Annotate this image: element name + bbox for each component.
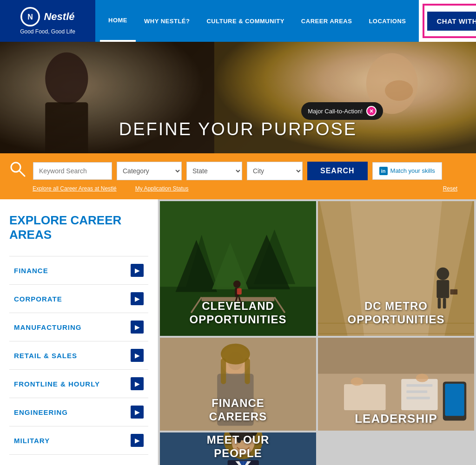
search-icon [9, 161, 26, 181]
grid-card-meet-people[interactable]: MEET OURPEOPLE [160, 432, 316, 465]
svg-point-7 [385, 80, 413, 101]
grid-card-cleveland[interactable]: CLEVELANDOPPORTUNITIES [160, 201, 316, 336]
search-button[interactable]: SEARCH [307, 162, 368, 180]
category-select[interactable]: Category [117, 162, 182, 180]
svg-rect-57 [344, 384, 386, 410]
opportunity-grid: CLEVELANDOPPORTUNITIES [158, 199, 476, 465]
brand-tagline: Good Food, Good Life [20, 28, 75, 35]
sidebar-arrow-retail: ▶ [131, 349, 144, 362]
sidebar-title: EXPLORE CAREER AREAS [9, 213, 148, 242]
sidebar: EXPLORE CAREER AREAS FINANCE ▶ CORPORATE… [0, 199, 158, 465]
meet-people-label: MEET OURPEOPLE [160, 433, 316, 460]
svg-rect-43 [245, 358, 250, 384]
sidebar-item-retail-sales[interactable]: RETAIL & SALES ▶ [9, 341, 148, 369]
svg-text:N: N [28, 13, 33, 21]
cta-bubble-text: Major Call-to-Action! [308, 108, 363, 115]
svg-rect-59 [406, 384, 432, 387]
sidebar-arrow-military: ▶ [131, 434, 144, 447]
sidebar-item-engineering[interactable]: ENGINEERING ▶ [9, 398, 148, 426]
svg-rect-4 [45, 102, 88, 153]
svg-rect-35 [450, 289, 457, 295]
chat-with-us-button[interactable]: CHAT WITH US [427, 12, 476, 31]
svg-line-9 [20, 171, 25, 176]
svg-point-64 [351, 377, 364, 386]
dc-metro-label: DC METROOPPORTUNITIES [318, 300, 474, 327]
sidebar-arrow-corporate: ▶ [131, 292, 144, 305]
grid-card-dc-metro[interactable]: DC METROOPPORTUNITIES [318, 201, 474, 336]
linkedin-match-label: Match your skills [390, 167, 435, 174]
brand-name: Nestlé [44, 11, 74, 23]
chat-button-container[interactable]: CHAT WITH US [423, 4, 476, 38]
sidebar-item-military[interactable]: MILITARY ▶ [9, 426, 148, 455]
svg-rect-32 [436, 280, 449, 298]
header: N Nestlé Good Food, Good Life HOME WHY N… [0, 0, 476, 42]
svg-point-65 [416, 374, 429, 382]
search-bar: Category State City SEARCH in Match your… [0, 153, 476, 199]
svg-rect-58 [401, 379, 437, 410]
svg-rect-22 [237, 288, 242, 295]
grid-card-finance-careers[interactable]: FINANCECAREERS [160, 338, 316, 431]
svg-rect-61 [406, 397, 430, 400]
main-content: EXPLORE CAREER AREAS FINANCE ▶ CORPORATE… [0, 199, 476, 465]
svg-point-3 [45, 52, 88, 105]
nav-locations[interactable]: LOCATIONS [360, 0, 414, 42]
hero-title: DEFINE YOUR PURPOSE [119, 119, 357, 139]
leadership-label: LEADERSHIP [318, 412, 474, 426]
nestle-logo-icon: N [21, 8, 39, 26]
sidebar-arrow-frontline: ▶ [131, 377, 144, 390]
grid-card-leadership[interactable]: LEADERSHIP [318, 338, 474, 431]
sidebar-item-frontline-hourly[interactable]: FRONTLINE & HOURLY ▶ [9, 369, 148, 398]
search-sub-links: Explore all Career Areas at Nestlé My Ap… [9, 185, 467, 192]
sidebar-arrow-manufacturing: ▶ [131, 321, 144, 334]
svg-point-20 [233, 281, 241, 288]
linkedin-match-button[interactable]: in Match your skills [372, 162, 442, 180]
sidebar-item-finance[interactable]: FINANCE ▶ [9, 256, 148, 284]
svg-rect-60 [406, 390, 427, 393]
application-status-link[interactable]: My Application Status [135, 185, 189, 192]
svg-point-31 [436, 268, 449, 280]
nav-home[interactable]: HOME [100, 0, 136, 42]
nav-why-nestle[interactable]: WHY NESTLÉ? [136, 0, 198, 42]
cta-bubble: Major Call-to-Action! × [301, 102, 383, 120]
svg-rect-42 [221, 358, 226, 384]
main-nav: HOME WHY NESTLÉ? CULTURE & COMMUNITY CAR… [95, 0, 419, 42]
nav-culture[interactable]: CULTURE & COMMUNITY [198, 0, 292, 42]
sidebar-arrow-finance: ▶ [131, 264, 144, 277]
hero-section: Major Call-to-Action! × DEFINE YOUR PURP… [0, 42, 476, 153]
sidebar-item-manufacturing[interactable]: MANUFACTURING ▶ [9, 313, 148, 341]
keyword-search-input[interactable] [33, 162, 112, 180]
close-icon: × [370, 107, 373, 115]
cleveland-label: CLEVELANDOPPORTUNITIES [160, 300, 316, 327]
cta-close-button[interactable]: × [366, 106, 377, 116]
linkedin-icon: in [379, 167, 388, 175]
state-select[interactable]: State [186, 162, 242, 180]
finance-careers-label: FINANCECAREERS [160, 397, 316, 424]
city-select[interactable]: City [247, 162, 303, 180]
chat-button-label: CHAT WITH US [436, 17, 476, 25]
reset-link[interactable]: Reset [443, 185, 457, 192]
sidebar-arrow-engineering: ▶ [131, 406, 144, 419]
explore-careers-link[interactable]: Explore all Career Areas at Nestlé [33, 185, 117, 192]
sidebar-item-corporate[interactable]: CORPORATE ▶ [9, 284, 148, 313]
nav-career-areas[interactable]: CAREER AREAS [293, 0, 361, 42]
logo-area: N Nestlé Good Food, Good Life [0, 0, 95, 42]
